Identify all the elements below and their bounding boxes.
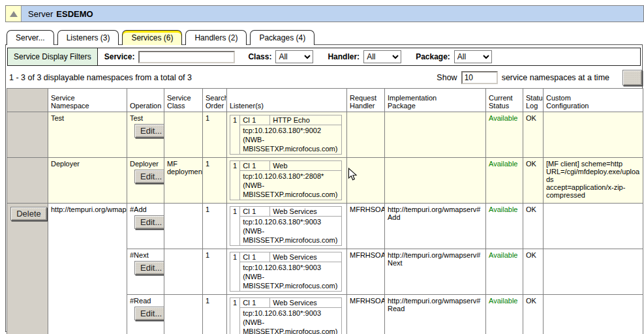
listener-conversation: CI 1 bbox=[240, 207, 270, 217]
listener-mini-table: 1 CI 1 Web Services tcp:10.120.63.180*:9… bbox=[230, 297, 342, 334]
tab-server[interactable]: Server... bbox=[7, 30, 54, 45]
operation-name: Test bbox=[130, 114, 161, 122]
listener-cell: 1 CI 1 Web Services tcp:10.120.63.180*:9… bbox=[227, 295, 347, 334]
edit-button[interactable]: Edit... bbox=[134, 215, 164, 229]
edit-button[interactable]: Edit... bbox=[134, 124, 164, 138]
tab-listeners[interactable]: Listeners (3) bbox=[57, 30, 119, 45]
header-custom-configuration: Custom Configuration bbox=[544, 89, 643, 112]
search-order-cell: 1 bbox=[203, 295, 227, 334]
header-current-status: Current Status bbox=[486, 89, 523, 112]
listener-cell: 1 CI 1 Web Services tcp:10.120.63.180*:9… bbox=[227, 249, 347, 295]
service-class-cell bbox=[164, 204, 203, 249]
show-apply-button[interactable] bbox=[622, 70, 642, 85]
table-row: Test Test Edit... 1 1 CI 1 HTTP Echo bbox=[7, 112, 643, 158]
current-status-cell: Available bbox=[486, 249, 523, 295]
status-log-cell: OK bbox=[523, 204, 544, 249]
operation-cell: #Next Edit... bbox=[127, 249, 164, 295]
namespace-cell: Deployer bbox=[48, 158, 127, 204]
services-panel: Service Display Filters Service: Class: … bbox=[5, 44, 643, 332]
table-row: Delete http://tempuri.org/wmapserv #Add … bbox=[7, 204, 643, 249]
operation-cell: #Add Edit... bbox=[127, 204, 164, 249]
handler-filter-select[interactable]: All bbox=[363, 50, 401, 63]
listener-conversation: CI 1 bbox=[240, 298, 270, 308]
header-operation: Operation bbox=[127, 89, 164, 112]
header-status-log: Status Log bbox=[523, 89, 544, 112]
request-handler-cell bbox=[347, 112, 385, 158]
server-label: Server bbox=[28, 9, 53, 19]
edit-button[interactable]: Edit... bbox=[134, 261, 164, 275]
listener-endpoint-cell: tcp:10.120.63.180*:9003 (NWB-MBISSETXP.m… bbox=[240, 217, 342, 246]
operation-name: #Add bbox=[130, 205, 161, 213]
request-handler-cell: MFRHSOAP bbox=[347, 249, 385, 295]
filter-fields: Service: Class: All Handler: All Package… bbox=[98, 48, 502, 65]
listener-name: Web Services bbox=[270, 252, 342, 262]
custom-config-cell bbox=[544, 249, 643, 295]
listener-name: Web bbox=[270, 161, 342, 171]
tab-packages[interactable]: Packages (4) bbox=[250, 30, 314, 45]
delete-button[interactable]: Delete bbox=[10, 207, 47, 220]
tab-services[interactable]: Services (6) bbox=[122, 30, 182, 45]
service-filter-input[interactable] bbox=[138, 51, 235, 63]
service-class-cell bbox=[164, 249, 203, 295]
server-name: ESDEMO bbox=[56, 9, 93, 19]
edit-button[interactable]: Edit... bbox=[134, 307, 164, 320]
header-implementation-package: Implementation Package bbox=[385, 89, 486, 112]
operation-name: #Read bbox=[130, 297, 161, 305]
listener-index: 1 bbox=[230, 298, 240, 334]
filter-bar-title: Service Display Filters bbox=[8, 48, 98, 65]
show-count-group: Show service namespaces at a time bbox=[437, 70, 641, 85]
operation-cell: Deployer Edit... bbox=[127, 158, 164, 204]
operation-name: #Next bbox=[130, 251, 161, 259]
status-log-cell: OK bbox=[523, 295, 544, 334]
implementation-package-cell: http://tempuri.org/wmapserv#Read bbox=[385, 295, 486, 334]
listener-endpoint: tcp:10.120.63.180*:9002 bbox=[243, 126, 339, 135]
listener-cell: 1 CI 1 HTTP Echo tcp:10.120.63.180*:9002… bbox=[227, 112, 347, 158]
collapse-arrow-icon bbox=[10, 11, 18, 17]
tab-strip: Server... Listeners (3) Services (6) Han… bbox=[7, 30, 644, 45]
tab-handlers[interactable]: Handlers (2) bbox=[185, 30, 247, 45]
listener-conversation: CI 1 bbox=[240, 161, 270, 171]
package-filter-select[interactable]: All bbox=[454, 50, 492, 63]
implementation-package-cell bbox=[385, 158, 486, 204]
operation-cell: #Read Edit... bbox=[127, 295, 164, 334]
current-status-cell: Available bbox=[486, 204, 523, 249]
edit-button[interactable]: Edit... bbox=[134, 170, 164, 183]
results-info-row: 1 - 3 of 3 displayable namespaces from a… bbox=[7, 69, 641, 85]
header-listeners: Listener(s) bbox=[227, 89, 347, 112]
listener-endpoint-cell: tcp:10.120.63.180*:9003 (NWB-MBISSETXP.m… bbox=[240, 262, 342, 292]
listener-name: Web Services bbox=[270, 298, 342, 308]
show-count-input[interactable] bbox=[461, 71, 498, 84]
listener-endpoint: tcp:10.120.63.180*:9003 bbox=[243, 263, 339, 272]
listener-mini-table: 1 CI 1 Web Services tcp:10.120.63.180*:9… bbox=[230, 252, 342, 292]
listener-cell: 1 CI 1 Web tcp:10.120.63.180*:2808* (NWB… bbox=[227, 158, 347, 204]
listener-conversation: CI 1 bbox=[240, 252, 270, 262]
service-class-cell bbox=[164, 112, 203, 158]
package-filter-label: Package: bbox=[416, 52, 450, 61]
custom-config-cell bbox=[544, 295, 643, 334]
listener-mini-table: 1 CI 1 HTTP Echo tcp:10.120.63.180*:9002… bbox=[230, 115, 342, 155]
search-order-cell: 1 bbox=[203, 249, 227, 295]
header-search-order: Search Order bbox=[203, 89, 227, 112]
listener-endpoint-cell: tcp:10.120.63.180*:9003 (NWB-MBISSETXP.m… bbox=[240, 308, 342, 334]
show-suffix: service namespaces at a time bbox=[502, 73, 609, 82]
header-service-class: Service Class bbox=[164, 89, 203, 112]
class-filter-label: Class: bbox=[248, 52, 271, 61]
row-actions-cell bbox=[7, 112, 48, 158]
listener-host: (NWB-MBISSETXP.microfocus.com) bbox=[243, 226, 339, 245]
class-filter-select[interactable]: All bbox=[275, 50, 313, 63]
header-request-handler: Request Handler bbox=[347, 89, 385, 112]
implementation-package-cell: http://tempuri.org/wmapserv#Add bbox=[385, 204, 486, 249]
server-title-bar: Server ESDEMO bbox=[22, 6, 643, 22]
implementation-package-cell bbox=[385, 112, 486, 158]
listener-endpoint-cell: tcp:10.120.63.180*:2808* (NWB-MBISSETXP.… bbox=[240, 171, 342, 200]
handler-filter-label: Handler: bbox=[328, 52, 360, 61]
listener-host: (NWB-MBISSETXP.microfocus.com) bbox=[243, 318, 339, 334]
status-log-cell: OK bbox=[523, 158, 544, 204]
listener-mini-table: 1 CI 1 Web Services tcp:10.120.63.180*:9… bbox=[230, 206, 342, 246]
custom-config-cell bbox=[544, 204, 643, 249]
listener-index: 1 bbox=[230, 252, 240, 292]
filter-bar: Service Display Filters Service: Class: … bbox=[7, 48, 641, 66]
search-order-cell: 1 bbox=[203, 112, 227, 158]
custom-config-cell bbox=[544, 112, 643, 158]
collapse-toggle[interactable] bbox=[6, 6, 22, 22]
